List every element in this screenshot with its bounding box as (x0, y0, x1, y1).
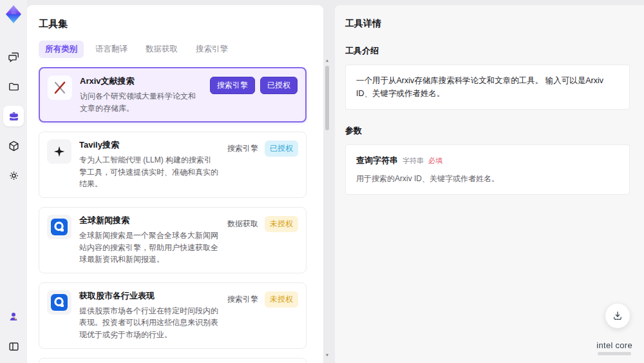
tab-language-translation[interactable]: 语言翻译 (89, 41, 134, 58)
status-badge: 未授权 (265, 291, 298, 308)
news-app-icon (47, 215, 71, 239)
intro-text: 一个用于从Arxiv存储库搜索科学论文和文章的工具。 输入可以是Arxiv ID… (356, 76, 603, 98)
download-button[interactable] (605, 304, 630, 328)
param-name: 查询字符串 (356, 154, 398, 168)
category-label: 数据获取 (226, 216, 260, 232)
chat-icon (8, 51, 20, 63)
toolbox-icon (8, 110, 20, 123)
status-badge: 未授权 (265, 216, 298, 232)
tool-name: 全球新闻搜索 (79, 215, 218, 226)
sidebar-item-chat[interactable] (3, 46, 24, 67)
intel-core-logo: intel core (596, 340, 632, 355)
tool-name: Arxiv文献搜索 (80, 75, 202, 87)
tool-name: Tavily搜索 (79, 139, 218, 151)
param-description: 用于搜索的Arxiv ID、关键字或作者姓名。 (356, 173, 619, 185)
tool-name: 获取股市各行业表现 (79, 290, 218, 302)
params-heading: 参数 (345, 125, 630, 137)
tool-list: Arxiv文献搜索 访问各个研究领域大量科学论文和文章的存储库。 搜索引擎 已授… (39, 67, 317, 363)
main-content: 工具集 所有类别 语言翻译 数据获取 搜索引擎 A (27, 0, 644, 363)
detail-title: 工具详情 (345, 18, 630, 30)
tool-description: 专为人工智能代理 (LLM) 构建的搜索引擎工具，可快速提供实时、准确和真实的结… (79, 154, 218, 190)
status-badge: 已授权 (265, 141, 298, 157)
intro-card: 一个用于从Arxiv存储库搜索科学论文和文章的工具。 输入可以是Arxiv ID… (345, 64, 630, 110)
tool-card-tavily[interactable]: Tavily搜索 专为人工智能代理 (LLM) 构建的搜索引擎工具，可快速提供实… (39, 132, 307, 198)
param-card: 查询字符串 字符串 必填 用于搜索的Arxiv ID、关键字或作者姓名。 (345, 144, 630, 195)
tab-search-engine[interactable]: 搜索引擎 (189, 41, 234, 58)
status-badge: 已授权 (260, 77, 298, 94)
arxiv-icon (48, 75, 72, 100)
tool-card-most-active-stocks[interactable]: 获取市场最活跃股票信息 提供当天交易量最高的股票列表。投资者可以利用这些信息来识… (39, 358, 307, 363)
tool-card-sector-performance[interactable]: 获取股市各行业表现 提供股票市场各个行业在特定时间段内的表现。投资者可以利用这些… (39, 282, 307, 349)
app-logo-icon (4, 4, 23, 25)
page-title: 工具集 (39, 18, 317, 30)
sidebar-item-user[interactable] (3, 306, 24, 327)
intro-heading: 工具介绍 (345, 45, 630, 57)
app-window: 工具集 所有类别 语言翻译 数据获取 搜索引擎 A (0, 0, 644, 363)
folder-icon (8, 81, 20, 93)
gear-icon (8, 170, 20, 182)
scroll-down-icon[interactable]: ▼ (325, 353, 330, 358)
list-scrollbar[interactable]: ▲ ▼ (323, 58, 331, 358)
toolset-panel: 工具集 所有类别 语言翻译 数据获取 搜索引擎 A (27, 5, 323, 363)
sidebar-rail (0, 0, 27, 363)
tavily-star-icon (47, 139, 71, 164)
panel-toggle-icon (8, 340, 20, 353)
scroll-up-icon[interactable]: ▲ (325, 58, 330, 63)
sidebar-item-toolset[interactable] (3, 106, 24, 126)
sidebar-item-settings[interactable] (3, 165, 24, 186)
sidebar-item-collapse[interactable] (3, 336, 24, 357)
tool-card-global-news[interactable]: 全球新闻搜索 全球新闻搜索是一个聚合全球各大新闻网站内容的搜索引擎，帮助用户快速… (39, 207, 307, 273)
category-badge: 搜索引擎 (210, 77, 255, 94)
category-tabs: 所有类别 语言翻译 数据获取 搜索引擎 (39, 41, 317, 58)
tool-description: 提供股票市场各个行业在特定时间段内的表现。投资者可以利用这些信息来识别表现优于或… (79, 305, 218, 341)
tool-card-arxiv[interactable]: Arxiv文献搜索 访问各个研究领域大量科学论文和文章的存储库。 搜索引擎 已授… (39, 67, 307, 123)
category-label: 搜索引擎 (226, 141, 260, 157)
news-app-icon (47, 290, 71, 315)
download-icon (612, 310, 623, 322)
category-label: 搜索引擎 (226, 291, 260, 308)
scrollbar-thumb[interactable] (325, 66, 329, 130)
param-type: 字符串 (402, 155, 424, 167)
user-avatar-icon (8, 311, 19, 322)
tool-detail-panel: 工具详情 工具介绍 一个用于从Arxiv存储库搜索科学论文和文章的工具。 输入可… (335, 5, 644, 363)
tool-description: 全球新闻搜索是一个聚合全球各大新闻网站内容的搜索引擎，帮助用户快速获取全球最新资… (79, 230, 218, 266)
param-required-flag: 必填 (428, 155, 442, 167)
intel-core-subline (598, 352, 631, 355)
intel-core-text: intel core (596, 340, 632, 350)
tool-description: 访问各个研究领域大量科学论文和文章的存储库。 (80, 90, 202, 114)
tab-all-categories[interactable]: 所有类别 (39, 41, 84, 58)
sidebar-item-models[interactable] (3, 135, 24, 156)
tab-data-fetch[interactable]: 数据获取 (139, 41, 184, 58)
cube-icon (8, 140, 20, 152)
sidebar-item-files[interactable] (3, 76, 24, 97)
